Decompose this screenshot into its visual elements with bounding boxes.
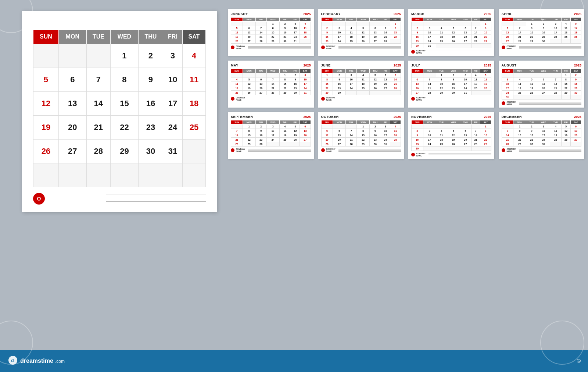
- main-day-cell: [138, 163, 163, 187]
- small-day-cell: 10: [300, 77, 311, 82]
- small-day-cell: 29: [480, 39, 491, 44]
- small-company-logo-icon: [231, 97, 234, 101]
- small-day-cell: 18: [346, 35, 357, 39]
- days-header-row: SUN MON TUE WED THU FRI SAT: [33, 30, 206, 44]
- small-day-cell: [447, 44, 460, 48]
- small-day-cell: 19: [562, 133, 571, 138]
- small-day-cell: 8: [480, 26, 491, 30]
- small-day-cell: 20: [412, 86, 423, 91]
- small-day-cell: 26: [291, 138, 300, 142]
- header-fri: FRI: [163, 30, 182, 44]
- small-cal-grid: SUNMONTUEWEDTHUFRISAT1234567891011121314…: [411, 69, 491, 95]
- small-day-cell: 8: [480, 129, 491, 133]
- small-header-tue: TUE: [526, 69, 537, 73]
- small-cal-footer: COMPANYNAME: [231, 148, 311, 152]
- small-day-cell: 16: [412, 138, 423, 142]
- small-day-cell: 26: [447, 142, 460, 147]
- company-lines: [106, 195, 206, 202]
- small-day-cell: 24: [300, 86, 311, 91]
- small-day-cell: 5: [480, 73, 491, 77]
- small-cal-header: JANUARY2025: [231, 12, 311, 16]
- small-cal-year: 2025: [484, 12, 491, 16]
- small-cal-header: OCTOBER2025: [321, 115, 401, 119]
- small-week-row: 15161718192021: [321, 82, 401, 86]
- small-day-cell: 26: [370, 86, 381, 91]
- small-day-cell: 5: [526, 77, 537, 82]
- main-day-cell: [111, 163, 139, 187]
- small-day-cell: 30: [291, 91, 300, 95]
- small-week-row: 78910111213: [502, 129, 581, 133]
- small-week-row: 23242526272829: [412, 39, 491, 44]
- small-day-cell: 22: [436, 86, 447, 91]
- small-day-cell: 17: [502, 86, 513, 91]
- small-day-cell: [550, 39, 562, 44]
- small-day-cell: 22: [357, 138, 370, 142]
- small-calendar-november: NOVEMBER2025SUNMONTUEWEDTHUFRISAT1234567…: [408, 112, 494, 159]
- small-day-cell: 2: [291, 73, 300, 77]
- small-day-cell: 18: [279, 133, 291, 138]
- small-header-tue: TUE: [526, 18, 537, 22]
- small-header-sat: SAT: [390, 120, 401, 124]
- small-week-row: 1234: [321, 124, 401, 129]
- small-day-cell: 3: [333, 26, 346, 30]
- small-day-cell: 23: [412, 39, 423, 44]
- small-week-row: 14151617181920: [231, 133, 311, 138]
- small-day-cell: 23: [321, 39, 333, 44]
- small-header-mon: MON: [243, 18, 255, 22]
- small-day-cell: 16: [291, 82, 300, 86]
- small-header-mon: MON: [513, 69, 526, 73]
- small-cal-footer: COMPANYNAME: [411, 152, 491, 157]
- main-day-cell: [86, 44, 110, 68]
- main-day-cell: 5: [33, 68, 59, 92]
- small-header-thu: THU: [370, 18, 381, 22]
- small-company-line: [429, 52, 491, 52]
- small-company-line: [248, 100, 311, 100]
- small-calendar-august: AUGUST2025SUNMONTUEWEDTHUFRISAT123456789…: [499, 61, 585, 108]
- small-day-cell: 13: [570, 129, 581, 133]
- small-day-cell: 14: [231, 133, 243, 138]
- main-day-cell: 29: [111, 140, 139, 163]
- small-day-cell: 20: [370, 35, 381, 39]
- small-company-line: [248, 46, 311, 47]
- small-header-mon: MON: [423, 120, 436, 124]
- small-day-cell: 11: [300, 26, 311, 30]
- small-day-cell: 4: [471, 73, 480, 77]
- main-day-cell: 26: [33, 140, 59, 163]
- small-day-cell: 27: [460, 39, 471, 44]
- small-day-cell: 2: [537, 22, 550, 26]
- small-day-cell: 15: [513, 133, 526, 138]
- small-day-cell: 8: [562, 77, 571, 82]
- small-day-cell: 30: [333, 91, 346, 95]
- small-day-cell: 17: [381, 133, 390, 138]
- small-day-cell: 24: [423, 142, 436, 147]
- small-day-cell: 4: [231, 77, 243, 82]
- small-company-line: [248, 151, 311, 152]
- main-day-cell: 27: [58, 140, 86, 163]
- small-week-row: 123: [231, 73, 311, 77]
- small-day-cell: 29: [243, 142, 255, 147]
- small-day-cell: 26: [357, 39, 370, 44]
- small-day-cell: 2: [370, 124, 381, 129]
- small-day-cell: [423, 73, 436, 77]
- small-header-sun: SUN: [412, 120, 423, 124]
- small-header-thu: THU: [279, 18, 291, 22]
- small-header-sun: SUN: [412, 18, 423, 22]
- small-header-sat: SAT: [570, 120, 581, 124]
- small-day-cell: 1: [266, 22, 279, 26]
- small-header-mon: MON: [243, 120, 255, 124]
- small-day-cell: 7: [423, 77, 436, 82]
- small-day-cell: [436, 44, 447, 48]
- small-day-cell: [526, 73, 537, 77]
- small-day-cell: 10: [460, 77, 471, 82]
- small-day-cell: 6: [460, 26, 471, 30]
- small-day-cell: [321, 124, 333, 129]
- small-day-cell: 30: [279, 39, 291, 44]
- small-week-row: 6789101112: [412, 77, 491, 82]
- small-day-cell: 22: [266, 35, 279, 39]
- small-day-cell: [447, 124, 460, 129]
- small-day-cell: 21: [471, 35, 480, 39]
- small-day-cell: 24: [266, 138, 279, 142]
- small-day-cell: 30: [370, 142, 381, 147]
- small-day-cell: 21: [423, 86, 436, 91]
- small-week-row: 19202122232425: [321, 138, 401, 142]
